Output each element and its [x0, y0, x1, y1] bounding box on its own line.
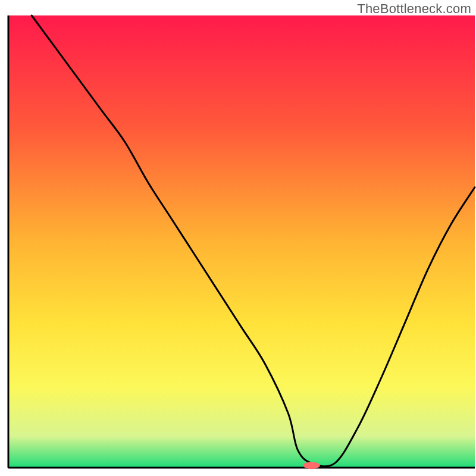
watermark-text: TheBottleneck.com [357, 1, 471, 17]
chart-container: TheBottleneck.com [0, 0, 476, 476]
optimal-point-marker [303, 462, 320, 469]
plot-background [8, 15, 475, 468]
bottleneck-chart [0, 0, 476, 476]
